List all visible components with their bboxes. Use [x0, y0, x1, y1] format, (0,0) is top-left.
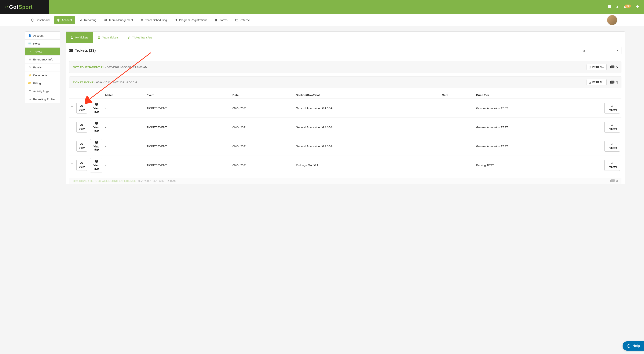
sidebar-label: Tickets	[33, 50, 42, 53]
cell-date: 06/04/2021	[231, 137, 294, 156]
print-all-button[interactable]: PRINT ALL	[586, 64, 607, 70]
sidebar-item-activity-logs[interactable]: ☰ Activity Logs	[25, 87, 60, 95]
cell-match: -	[104, 156, 145, 175]
view-map-button[interactable]: View Map	[90, 101, 102, 115]
cell-event: TICKET EVENT	[145, 118, 231, 137]
view-button[interactable]: View	[76, 122, 87, 133]
table-row: View View Map - TICKET EVENT 06/04/2021 …	[69, 99, 622, 118]
tab-label: My Tickets	[75, 36, 88, 39]
svg-point-21	[106, 19, 106, 20]
table-row: View View Map - TICKET EVENT 06/04/2021 …	[69, 137, 622, 156]
nav-team-scheduling[interactable]: Team Scheduling	[138, 16, 170, 24]
filter-dropdown[interactable]: Past	[578, 47, 622, 54]
sitemap-icon: ⚇	[28, 66, 31, 69]
send-icon	[174, 18, 178, 21]
sidebar-item-recruiting[interactable]: ↪ Recruiting Profile	[25, 95, 60, 103]
swap-icon	[128, 36, 131, 39]
row-checkbox[interactable]	[71, 106, 74, 109]
view-button[interactable]: View	[76, 103, 87, 114]
mail-icon[interactable]: 25	[624, 5, 631, 9]
view-map-button[interactable]: View Map	[90, 120, 102, 134]
transfer-button[interactable]: Transfer	[604, 141, 620, 152]
target-icon	[5, 5, 8, 8]
event-name-link[interactable]: TICKET EVENT	[73, 81, 93, 84]
row-checkbox[interactable]	[71, 164, 74, 166]
transfer-button[interactable]: Transfer	[604, 122, 620, 133]
nav-account[interactable]: Account	[54, 16, 75, 24]
event-header-row: TICKET EVENT - 06/04/2021-06/07/2021 8:0…	[69, 76, 622, 88]
pdf-icon	[589, 66, 591, 68]
notification-badge: 25	[625, 4, 631, 7]
ticket-count: 4	[610, 80, 618, 84]
svg-rect-9	[609, 7, 610, 8]
event-daterange: - 06/04/2021-06/07/2021 8:00 AM	[105, 65, 148, 69]
sidebar-label: Recruiting Profile	[33, 98, 55, 101]
view-button[interactable]: View	[76, 141, 87, 152]
logo-area[interactable]: GotSport	[0, 0, 49, 14]
svg-rect-2	[608, 5, 609, 6]
nav-referee[interactable]: Referee	[232, 16, 253, 24]
heading-row: Tickets (13) Past	[66, 43, 625, 58]
tab-my-tickets[interactable]: My Tickets	[66, 32, 93, 43]
sidebar-item-emergency[interactable]: ⊞ Emergency Info	[25, 55, 60, 63]
sidebar-label: Documents	[33, 74, 48, 77]
svg-rect-3	[609, 5, 610, 6]
swap-icon	[611, 143, 614, 146]
nav-reporting[interactable]: Reporting	[76, 16, 100, 24]
folder-icon: 📁	[28, 74, 31, 77]
nav-label: Referee	[240, 18, 250, 21]
svg-rect-18	[81, 19, 81, 21]
nav-program-registrations[interactable]: Program Registrations	[172, 16, 210, 24]
sidebar-label: Account	[33, 34, 44, 37]
file-icon	[215, 18, 218, 21]
user-icon[interactable]	[616, 5, 619, 9]
view-map-button[interactable]: View Map	[90, 139, 102, 153]
cell-price: General Admission TEST	[475, 99, 603, 118]
nav-dashboard[interactable]: Dashboard	[28, 16, 52, 24]
print-all-button[interactable]: PRINT ALL	[586, 79, 607, 85]
svg-point-23	[71, 36, 72, 37]
gear-icon[interactable]	[636, 5, 639, 9]
cell-match: -	[104, 118, 145, 137]
view-map-button[interactable]: View Map	[90, 158, 102, 172]
event-header-row-partial: 2021 DISNEY HEROES WEEK LONG EXPERIENCE …	[69, 178, 622, 184]
dropdown-value: Past	[581, 49, 586, 52]
sidebar-label: Emergency Info	[33, 58, 53, 61]
main-nav-items: Dashboard Account Reporting Team Managem…	[28, 16, 253, 24]
map-icon	[95, 141, 98, 145]
nav-label: Team Scheduling	[145, 18, 167, 21]
sidebar-item-billing[interactable]: 💳 Billing	[25, 79, 60, 87]
sidebar-item-documents[interactable]: 📁 Documents	[25, 71, 60, 79]
event-name-link[interactable]: 2021 DISNEY HEROES WEEK LONG EXPERIENCE	[73, 179, 136, 182]
row-checkbox[interactable]	[71, 145, 74, 147]
grid-icon[interactable]	[608, 5, 611, 9]
ticket-count: 5	[610, 65, 618, 69]
user-avatar[interactable]	[607, 15, 618, 25]
share-icon: ↪	[28, 98, 31, 101]
sidebar-item-roles[interactable]: 🪪 Roles	[25, 40, 60, 47]
svg-rect-29	[589, 66, 591, 68]
nav-forms[interactable]: Forms	[212, 16, 230, 24]
eye-icon	[80, 162, 83, 165]
svg-point-25	[99, 36, 100, 37]
col-section: Section/Row/Seat	[294, 91, 440, 99]
sub-tabs: My Tickets Team Tickets Ticket Transfers	[66, 32, 625, 43]
tab-team-tickets[interactable]: Team Tickets	[93, 32, 123, 43]
col-date: Date	[231, 91, 294, 99]
swap-icon	[611, 105, 614, 108]
tab-ticket-transfers[interactable]: Ticket Transfers	[123, 32, 157, 43]
sidebar-item-account[interactable]: 👤 Account	[25, 32, 60, 40]
transfer-button[interactable]: Transfer	[604, 160, 620, 171]
map-icon	[95, 122, 98, 125]
svg-rect-26	[69, 49, 74, 52]
sidebar-item-family[interactable]: ⚇ Family	[25, 63, 60, 71]
calendar-icon	[235, 18, 238, 21]
transfer-button[interactable]: Transfer	[604, 103, 620, 114]
view-button[interactable]: View	[76, 160, 87, 171]
row-checkbox[interactable]	[71, 126, 74, 128]
nav-team-management[interactable]: Team Management	[101, 16, 136, 24]
sidebar-item-tickets[interactable]: 🎟 Tickets	[25, 47, 60, 55]
cell-price: General Admission TEST	[475, 137, 603, 156]
col-event: Event	[145, 91, 231, 99]
event-name-link[interactable]: GOT TOURNAMENT 21	[73, 65, 104, 69]
